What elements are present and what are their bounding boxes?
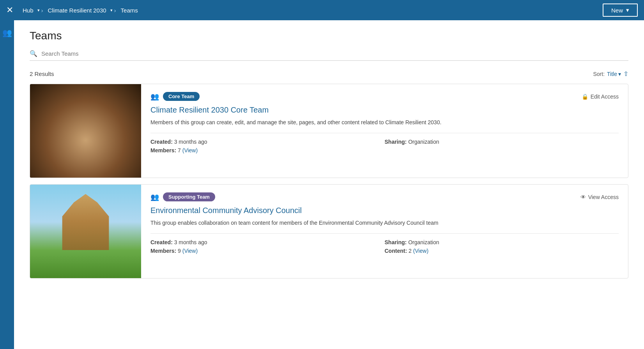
breadcrumb-hub[interactable]: Hub ▾ — [19, 5, 40, 15]
lock-icon: 🔒 — [582, 93, 588, 100]
sort-title-button[interactable]: Title ▾ — [607, 71, 621, 77]
members-view-link[interactable]: (View) — [182, 248, 198, 254]
breadcrumb: Hub ▾ › Climate Resilient 2030 ▾ › Teams — [19, 5, 603, 15]
team-description: Members of this group can create, edit, … — [150, 118, 619, 127]
eye-icon: 👁 — [580, 194, 586, 200]
new-dropdown-arrow-icon: ▾ — [626, 7, 629, 14]
new-button[interactable]: New ▾ — [603, 4, 638, 17]
team-meta: Created: 3 months ago Members: 7 (View) … — [150, 139, 619, 153]
team-badge: Core Team — [163, 92, 200, 101]
members-view-link[interactable]: (View) — [182, 147, 198, 153]
team-card-image — [30, 185, 141, 278]
team-group-icon: 👥 — [150, 92, 159, 101]
close-button[interactable]: ✕ — [6, 6, 13, 14]
hub-dropdown-arrow: ▾ — [37, 8, 40, 13]
team-divider — [150, 133, 619, 133]
sidebar: 👥 — [0, 20, 14, 349]
team-meta-col-right: Sharing: Organization — [385, 139, 619, 153]
access-label: 👁 View Access — [580, 194, 619, 200]
results-count: 2 Results — [30, 71, 54, 77]
team-card-header: 👥 Core Team 🔒 Edit Access — [150, 92, 619, 101]
breadcrumb-sep-1: › — [41, 7, 43, 14]
team-meta: Created: 3 months ago Members: 9 (View) … — [150, 239, 619, 254]
sort-controls: Sort: Title ▾ ⇧ — [593, 70, 628, 78]
search-bar: 🔍 — [30, 50, 628, 61]
members-item: Members: 9 (View) — [150, 248, 385, 254]
team-name-link[interactable]: Environmental Community Advisory Council — [150, 206, 619, 215]
created-item: Created: 3 months ago — [150, 239, 385, 245]
search-input[interactable] — [41, 50, 158, 57]
page-title: Teams — [30, 30, 628, 42]
top-navigation: ✕ Hub ▾ › Climate Resilient 2030 ▾ › Tea… — [0, 0, 644, 20]
team-meta-col-left: Created: 3 months ago Members: 7 (View) — [150, 139, 385, 153]
team-description: This group enables collaboration on team… — [150, 219, 619, 227]
team-name-link[interactable]: Climate Resilient 2030 Core Team — [150, 106, 619, 115]
members-item: Members: 7 (View) — [150, 147, 385, 153]
team-card-body: 👥 Supporting Team 👁 View Access Environm… — [141, 185, 628, 278]
team-meta-col-left: Created: 3 months ago Members: 9 (View) — [150, 239, 385, 254]
sharing-item: Sharing: Organization — [385, 239, 619, 245]
team-card-header: 👥 Supporting Team 👁 View Access — [150, 192, 619, 201]
user-icon[interactable]: 👥 — [0, 25, 15, 41]
team-divider — [150, 233, 619, 234]
breadcrumb-climate[interactable]: Climate Resilient 2030 ▾ — [45, 5, 113, 15]
team-card-image — [30, 84, 141, 178]
page-layout: 👥 Teams 🔍 2 Results Sort: Title ▾ ⇧ — [0, 20, 644, 349]
team-card-body: 👥 Core Team 🔒 Edit Access Climate Resili… — [141, 84, 628, 178]
team-card-header-left: 👥 Supporting Team — [150, 192, 215, 201]
sort-order-icon[interactable]: ⇧ — [623, 70, 628, 78]
created-item: Created: 3 months ago — [150, 139, 385, 145]
team-group-icon: 👥 — [150, 193, 159, 201]
team-card-header-left: 👥 Core Team — [150, 92, 200, 101]
sort-label: Sort: — [593, 71, 605, 77]
breadcrumb-sep-2: › — [114, 7, 116, 14]
breadcrumb-teams[interactable]: Teams — [118, 5, 141, 15]
search-icon: 🔍 — [30, 50, 37, 57]
content-view-link[interactable]: (View) — [413, 248, 428, 254]
results-header: 2 Results Sort: Title ▾ ⇧ — [30, 70, 628, 78]
main-content: Teams 🔍 2 Results Sort: Title ▾ ⇧ — [14, 20, 644, 349]
content-item: Content: 2 (View) — [385, 248, 619, 254]
sharing-item: Sharing: Organization — [385, 139, 619, 145]
team-card: 👥 Core Team 🔒 Edit Access Climate Resili… — [30, 84, 628, 178]
climate-dropdown-arrow: ▾ — [110, 8, 113, 13]
access-label: 🔒 Edit Access — [582, 93, 619, 100]
team-meta-col-right: Sharing: Organization Content: 2 (View) — [385, 239, 619, 254]
team-card: 👥 Supporting Team 👁 View Access Environm… — [30, 184, 628, 278]
team-badge: Supporting Team — [163, 192, 215, 201]
